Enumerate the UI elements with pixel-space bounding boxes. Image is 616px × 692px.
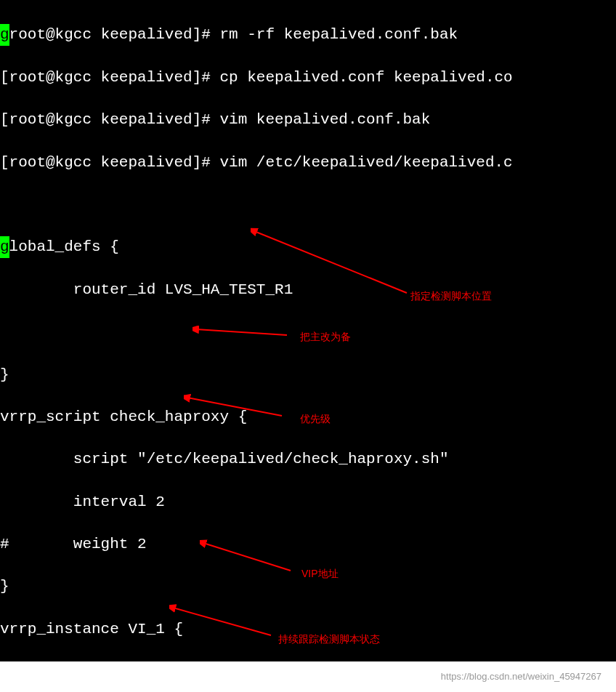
config-line: # weight 2	[0, 536, 147, 552]
cursor-highlight: g	[0, 236, 9, 257]
svg-line-9	[173, 608, 271, 635]
config-line: vrrp_instance VI_1 {	[0, 621, 183, 637]
terminal-output[interactable]: groot@kgcc keepalived]# rm -rf keepalive…	[0, 0, 616, 692]
watermark-text: https://blog.csdn.net/weixin_45947267	[441, 670, 601, 683]
annotation-label: 持续跟踪检测脚本状态	[278, 632, 380, 647]
cmd-line-1: root@kgcc keepalived]# rm -rf keepalived…	[9, 26, 458, 43]
cmd-line-3: [root@kgcc keepalived]# vim keepalived.c…	[0, 111, 430, 128]
config-line: router_id LVS_HA_TEST_R1	[0, 281, 293, 298]
annotation-arrow	[192, 326, 291, 339]
annotation-arrow	[251, 228, 410, 297]
config-line: script "/etc/keepalived/check_haproxy.sh…	[0, 451, 449, 467]
annotation-arrow	[200, 539, 294, 574]
cmd-line-2: [root@kgcc keepalived]# cp keepalived.co…	[0, 69, 513, 86]
annotation-label: 把主改为备	[300, 330, 351, 345]
config-line: lobal_defs {	[9, 238, 119, 255]
config-line: }	[0, 578, 9, 595]
annotation-label: 优先级	[300, 412, 331, 427]
config-line: }	[0, 366, 9, 383]
annotation-arrow	[169, 604, 275, 639]
svg-line-3	[196, 329, 287, 335]
cmd-line-4: [root@kgcc keepalived]# vim /etc/keepali…	[0, 154, 513, 171]
annotation-arrow	[184, 394, 285, 419]
svg-line-1	[254, 231, 407, 293]
cursor-highlight: g	[0, 24, 9, 45]
annotation-label: 指定检测脚本位置	[410, 289, 492, 304]
annotation-label: VIP地址	[301, 567, 339, 582]
svg-line-5	[187, 398, 282, 416]
svg-line-7	[203, 543, 291, 571]
config-line: interval 2	[0, 494, 165, 510]
